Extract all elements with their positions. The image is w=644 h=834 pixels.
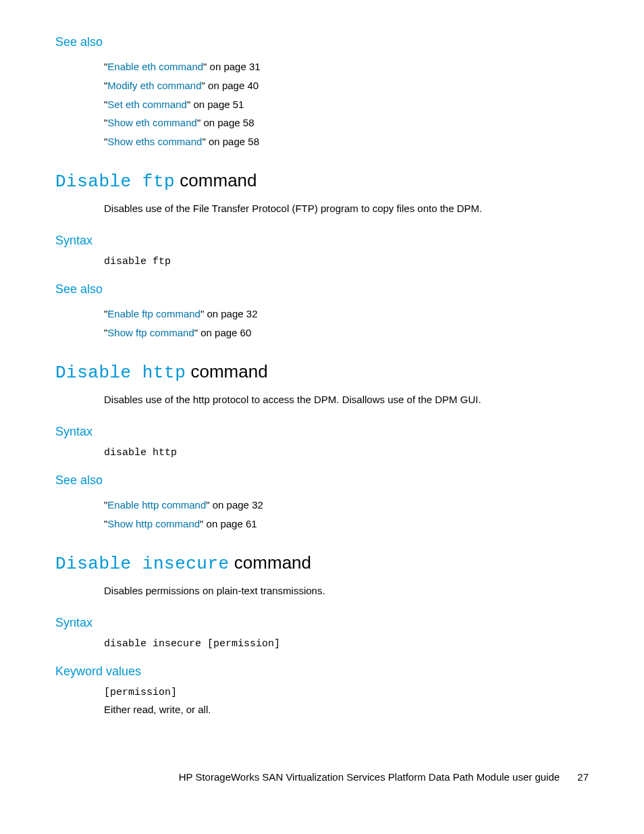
footer-text: HP StorageWorks SAN Virtualization Servi…: [179, 771, 560, 783]
see-also-heading: See also: [55, 473, 589, 488]
section-title-disable-http: Disable http command: [55, 361, 589, 383]
ref-link[interactable]: Enable eth command: [107, 61, 203, 72]
ref-link[interactable]: Show ftp command: [107, 327, 194, 338]
syntax-heading: Syntax: [55, 616, 589, 630]
see-also-heading: See also: [55, 35, 589, 49]
syntax-heading: Syntax: [55, 425, 589, 439]
keyword-values-heading: Keyword values: [55, 664, 589, 679]
page-content: See also "Enable eth command" on page 31…: [55, 35, 589, 715]
ref-item: "Show ftp command" on page 60: [104, 323, 589, 342]
ref-link[interactable]: Modify eth command: [107, 80, 201, 91]
ref-item: "Modify eth command" on page 40: [104, 76, 589, 95]
see-also-heading: See also: [55, 282, 589, 296]
see-also-list-http: "Enable http command" on page 32 "Show h…: [104, 496, 589, 533]
page-number: 27: [577, 771, 589, 783]
ref-link[interactable]: Show eth command: [107, 117, 197, 128]
syntax-code: disable ftp: [104, 256, 589, 267]
section-desc: Disables use of the http protocol to acc…: [104, 392, 589, 408]
section-title-disable-ftp: Disable ftp command: [55, 170, 589, 192]
ref-item: "Show eth command" on page 58: [104, 113, 589, 132]
ref-item: "Enable http command" on page 32: [104, 496, 589, 515]
ref-item: "Enable eth command" on page 31: [104, 57, 589, 76]
ref-link[interactable]: Enable http command: [107, 499, 206, 511]
keyword-key: [permission]: [104, 687, 589, 698]
section-desc: Disables permissions on plain-text trans…: [104, 583, 589, 599]
keyword-value-item: [permission] Either read, write, or all.: [104, 687, 589, 715]
see-also-list-eth: "Enable eth command" on page 31 "Modify …: [104, 57, 589, 151]
ref-item: "Show eths command" on page 58: [104, 132, 589, 151]
syntax-code: disable insecure [permission]: [104, 638, 589, 650]
ref-item: "Show http command" on page 61: [104, 515, 589, 533]
syntax-code: disable http: [104, 447, 589, 459]
ref-link[interactable]: Show eths command: [107, 136, 202, 147]
syntax-heading: Syntax: [55, 234, 589, 248]
ref-item: "Enable ftp command" on page 32: [104, 305, 589, 323]
section-desc: Disables use of the File Transfer Protoc…: [104, 201, 589, 217]
ref-item: "Set eth command" on page 51: [104, 95, 589, 114]
see-also-list-ftp: "Enable ftp command" on page 32 "Show ft…: [104, 305, 589, 342]
ref-link[interactable]: Set eth command: [107, 99, 187, 110]
section-title-disable-insecure: Disable insecure command: [55, 552, 589, 574]
keyword-desc: Either read, write, or all.: [104, 704, 589, 715]
page-footer: HP StorageWorks SAN Virtualization Servi…: [179, 771, 589, 783]
ref-link[interactable]: Show http command: [107, 518, 200, 529]
ref-link[interactable]: Enable ftp command: [107, 308, 200, 319]
